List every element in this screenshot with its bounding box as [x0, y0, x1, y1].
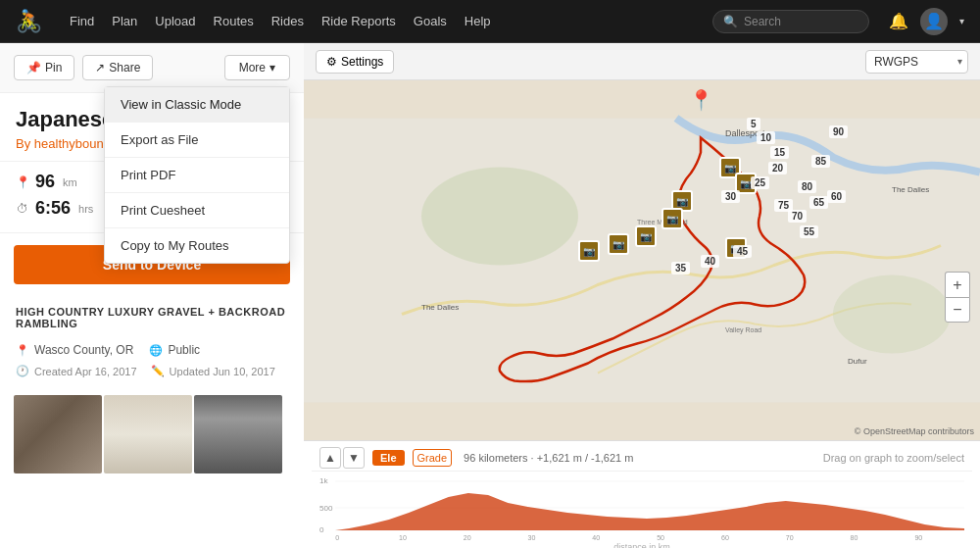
km-label-55: 55	[800, 225, 818, 238]
svg-text:10: 10	[399, 534, 407, 541]
duration-value: 6:56	[35, 198, 71, 219]
dropdown-copy-routes[interactable]: Copy to My Routes	[105, 228, 289, 263]
nav-goals[interactable]: Goals	[414, 14, 447, 28]
distance-icon: 📍	[16, 175, 29, 189]
settings-button[interactable]: ⚙ Settings	[316, 50, 394, 74]
svg-text:50: 50	[657, 534, 664, 541]
photo-3[interactable]	[194, 395, 282, 473]
main-layout: 📌 Pin ↗ Share More ▾ View in Classic Mod…	[0, 43, 980, 548]
svg-text:0: 0	[319, 525, 324, 534]
route-description: HIGH COUNTRY LUXURY GRAVEL + BACKROAD RA…	[0, 296, 304, 339]
nav-upload[interactable]: Upload	[155, 14, 195, 28]
svg-text:The Dalles: The Dalles	[421, 303, 459, 312]
created-date: 🕐 Created Apr 16, 2017	[16, 365, 137, 377]
svg-text:60: 60	[721, 534, 729, 541]
svg-point-1	[421, 168, 578, 266]
elevation-chart[interactable]: 1k 500 0 0 10 20 30 40 50 60	[312, 472, 972, 542]
photo-1[interactable]	[14, 395, 102, 473]
next-arrow[interactable]: ▼	[343, 447, 365, 469]
svg-text:40: 40	[592, 534, 600, 541]
svg-text:90: 90	[914, 534, 922, 541]
ele-tab[interactable]: Ele	[372, 450, 405, 466]
km-label-40: 40	[701, 255, 719, 268]
osm-credit: © OpenStreetMap contributors	[855, 426, 974, 436]
photo-marker-4[interactable]	[662, 208, 683, 229]
top-nav: 🚴 Find Plan Upload Routes Rides Ride Rep…	[0, 0, 980, 43]
nav-help[interactable]: Help	[465, 14, 491, 28]
km-label-35: 35	[671, 262, 690, 274]
svg-text:0: 0	[335, 534, 339, 541]
km-label-60: 60	[827, 190, 846, 203]
dropdown-print-cuesheet[interactable]: Print Cuesheet	[105, 193, 289, 228]
search-input[interactable]	[744, 15, 858, 28]
elevation-svg: 1k 500 0 0 10 20 30 40 50 60	[319, 475, 964, 542]
dropdown-export-file[interactable]: Export as File	[105, 123, 289, 158]
right-area: ⚙ Settings RWGPS Classic Hodo Satellite …	[304, 43, 980, 548]
user-avatar[interactable]: 👤	[920, 8, 948, 35]
km-label-80: 80	[798, 180, 816, 193]
map-container[interactable]: Dallesport The Dalles The Dalles Dufur T…	[304, 80, 980, 440]
nav-rides[interactable]: Rides	[271, 14, 304, 28]
grade-tab[interactable]: Grade	[413, 449, 453, 467]
location-meta: 📍 Wasco County, OR	[16, 343, 133, 357]
search-icon: 🔍	[723, 15, 738, 28]
nav-links: Find Plan Upload Routes Rides Ride Repor…	[70, 14, 693, 28]
notification-bell-icon[interactable]: 🔔	[889, 12, 908, 30]
zoom-out-button[interactable]: −	[945, 297, 970, 323]
visibility-icon: 🌐	[149, 344, 163, 357]
photos-row	[0, 387, 304, 473]
meta-row: 📍 Wasco County, OR 🌐 Public	[0, 339, 304, 361]
dropdown-menu: View in Classic Mode Export as File Prin…	[104, 86, 290, 264]
dates-row: 🕐 Created Apr 16, 2017 ✏️ Updated Jun 10…	[0, 361, 304, 387]
elevation-header: ▲ ▼ Ele Grade 96 kilometers · +1,621 m /…	[312, 441, 972, 472]
photo-2[interactable]	[104, 395, 192, 473]
nav-plan[interactable]: Plan	[112, 14, 137, 28]
elevation-nav: ▲ ▼	[319, 447, 365, 469]
photo-marker-6[interactable]	[608, 233, 629, 255]
dropdown-view-classic[interactable]: View in Classic Mode	[105, 87, 289, 123]
svg-text:Dufur: Dufur	[848, 357, 867, 366]
elevation-hint: Drag on graph to zoom/select	[823, 452, 964, 464]
route-start-pin: 📍	[689, 88, 713, 112]
distance-value: 96	[35, 172, 55, 192]
clock-icon: ⏱	[16, 202, 29, 216]
user-menu-chevron-icon[interactable]: ▾	[959, 16, 964, 26]
logo-icon[interactable]: 🚴	[16, 9, 42, 34]
km-label-5: 5	[747, 118, 760, 130]
nav-routes[interactable]: Routes	[214, 14, 254, 28]
elevation-stats: 96 kilometers · +1,621 m / -1,621 m	[464, 452, 633, 464]
photo-marker-7[interactable]	[578, 240, 600, 262]
pin-button[interactable]: 📌 Pin	[14, 55, 74, 80]
km-label-20: 20	[768, 162, 787, 174]
km-label-45: 45	[733, 245, 752, 258]
km-label-85: 85	[811, 155, 830, 168]
svg-text:20: 20	[464, 534, 471, 541]
km-label-90: 90	[829, 125, 848, 138]
km-label-65: 65	[809, 196, 828, 209]
nav-find[interactable]: Find	[70, 14, 94, 28]
pin-icon: 📌	[26, 61, 41, 75]
updated-date: ✏️ Updated Jun 10, 2017	[151, 365, 275, 377]
distance-axis-label: distance in km	[319, 542, 964, 548]
photo-marker-5[interactable]	[635, 225, 657, 247]
settings-icon: ⚙	[326, 55, 337, 69]
map-style-select[interactable]: RWGPS Classic Hodo Satellite Topo	[865, 50, 968, 74]
location-icon: 📍	[16, 344, 29, 357]
location-value: Wasco County, OR	[34, 343, 133, 357]
zoom-in-button[interactable]: +	[945, 272, 970, 297]
svg-text:The Dalles: The Dalles	[892, 185, 929, 194]
share-button[interactable]: ↗ Share	[82, 55, 153, 80]
svg-rect-0	[304, 119, 980, 403]
map-svg: Dallesport The Dalles The Dalles Dufur T…	[304, 80, 980, 440]
dropdown-print-pdf[interactable]: Print PDF	[105, 158, 289, 193]
panel-actions: 📌 Pin ↗ Share More ▾ View in Classic Mod…	[0, 43, 304, 93]
nav-right: 🔔 👤 ▾	[889, 8, 964, 35]
svg-text:500: 500	[319, 504, 333, 513]
prev-arrow[interactable]: ▲	[319, 447, 341, 469]
elevation-bar: ▲ ▼ Ele Grade 96 kilometers · +1,621 m /…	[304, 440, 980, 548]
visibility-meta: 🌐 Public	[149, 343, 200, 357]
more-button[interactable]: More ▾	[224, 55, 290, 80]
nav-ride-reports[interactable]: Ride Reports	[321, 14, 396, 28]
km-label-10: 10	[757, 131, 775, 144]
share-icon: ↗	[95, 61, 105, 75]
